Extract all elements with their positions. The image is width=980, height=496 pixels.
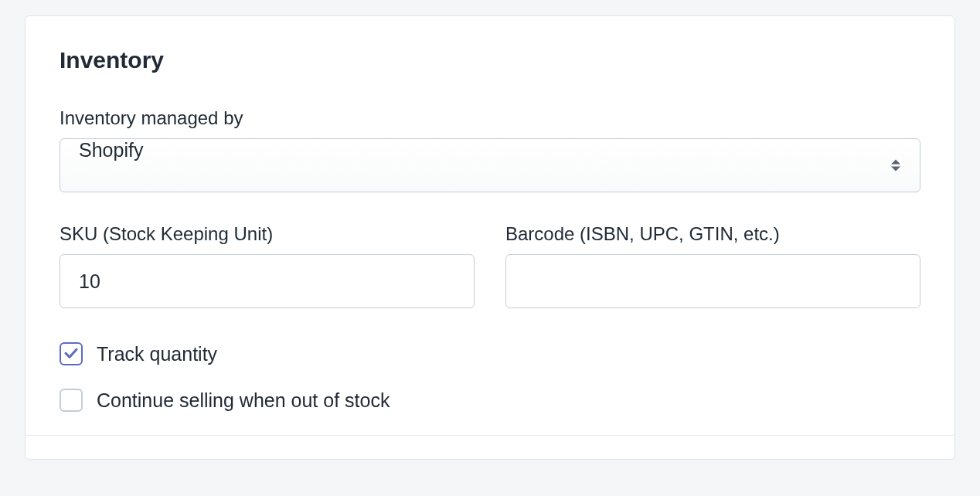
continue-selling-checkbox[interactable] (60, 389, 83, 412)
inventory-managed-by-wrap: Shopify (60, 138, 920, 192)
continue-selling-label[interactable]: Continue selling when out of stock (97, 389, 390, 412)
inventory-card: Inventory Inventory managed by Shopify S… (25, 15, 955, 460)
barcode-input[interactable] (505, 254, 920, 308)
barcode-col: Barcode (ISBN, UPC, GTIN, etc.) (505, 223, 920, 308)
track-quantity-row: Track quantity (60, 342, 920, 365)
barcode-label: Barcode (ISBN, UPC, GTIN, etc.) (505, 223, 920, 245)
continue-selling-row: Continue selling when out of stock (60, 389, 920, 412)
sku-label: SKU (Stock Keeping Unit) (60, 223, 475, 245)
inventory-managed-by-select[interactable]: Shopify (60, 138, 920, 192)
divider (26, 435, 954, 436)
sku-col: SKU (Stock Keeping Unit) (60, 223, 475, 308)
track-quantity-checkbox[interactable] (60, 342, 83, 365)
sku-input[interactable] (60, 254, 475, 308)
inventory-managed-by-label: Inventory managed by (60, 107, 920, 129)
sku-barcode-row: SKU (Stock Keeping Unit) Barcode (ISBN, … (60, 223, 920, 308)
track-quantity-label[interactable]: Track quantity (97, 343, 217, 365)
checkmark-icon (63, 345, 79, 361)
section-title: Inventory (60, 47, 920, 73)
